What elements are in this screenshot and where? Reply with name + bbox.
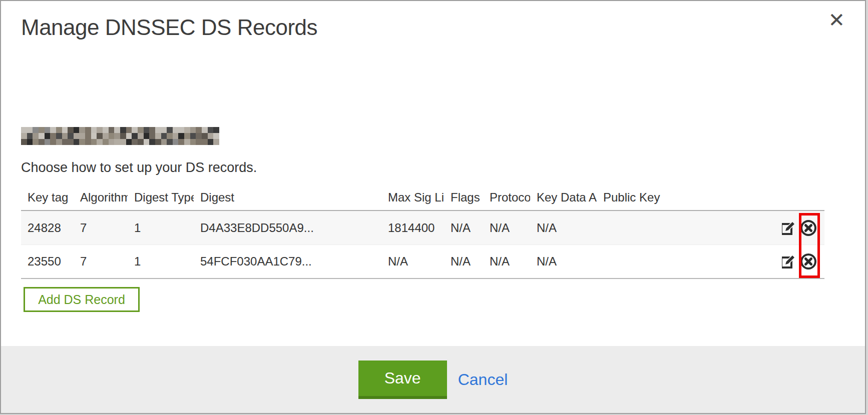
table-row: 23550 7 1 54FCF030AA1C79... N/A N/A N/A …: [21, 245, 824, 279]
col-header-flags: Flags: [444, 190, 483, 204]
row-actions: [782, 252, 824, 270]
col-header-key-tag: Key tag: [21, 190, 74, 204]
cancel-button[interactable]: Cancel: [458, 370, 508, 389]
redacted-domain-name: [21, 127, 219, 145]
cell-protocol: N/A: [483, 254, 530, 268]
table-row: 24828 7 1 D4A33E8DD550A9... 1814400 N/A …: [21, 211, 824, 245]
cell-key-tag: 24828: [21, 221, 74, 235]
cell-flags: N/A: [444, 254, 483, 268]
edit-record-icon[interactable]: [782, 219, 796, 237]
save-button[interactable]: Save: [358, 360, 447, 399]
cell-flags: N/A: [444, 221, 483, 235]
edit-record-icon[interactable]: [782, 252, 796, 270]
col-header-digest-type: Digest Type: [128, 190, 194, 204]
cell-digest: D4A33E8DD550A9...: [194, 221, 381, 235]
cell-digest: 54FCF030AA1C79...: [194, 254, 381, 268]
cell-algorithm: 7: [74, 221, 128, 235]
cell-key-data-alg: N/A: [530, 254, 597, 268]
cell-digest-type: 1: [128, 221, 194, 235]
table-header-row: Key tag Algorithm Digest Type Digest Max…: [21, 185, 824, 211]
cell-protocol: N/A: [483, 221, 530, 235]
col-header-digest: Digest: [194, 190, 381, 204]
delete-record-icon[interactable]: [799, 252, 817, 270]
cell-algorithm: 7: [74, 254, 128, 268]
col-header-public-key: Public Key: [597, 190, 782, 204]
cell-max-sig-life: N/A: [381, 254, 444, 268]
col-header-key-data-alg: Key Data Alg: [530, 190, 597, 204]
screenshot-frame: Manage DNSSEC DS Records ✕ Choose how to…: [0, 0, 868, 415]
cell-key-data-alg: N/A: [530, 221, 597, 235]
ds-records-table: Key tag Algorithm Digest Type Digest Max…: [21, 185, 824, 279]
cell-max-sig-life: 1814400: [381, 221, 444, 235]
cell-key-tag: 23550: [21, 254, 74, 268]
row-actions: [782, 219, 824, 237]
delete-record-icon[interactable]: [799, 219, 817, 237]
col-header-algorithm: Algorithm: [74, 190, 128, 204]
col-header-max-sig-life: Max Sig Life: [381, 190, 444, 204]
page-title: Manage DNSSEC DS Records: [21, 15, 317, 40]
instructions-text: Choose how to set up your DS records.: [21, 160, 257, 176]
modal-footer: Save Cancel: [1, 346, 865, 413]
close-icon[interactable]: ✕: [828, 10, 845, 30]
manage-dnssec-modal: Manage DNSSEC DS Records ✕ Choose how to…: [0, 0, 866, 414]
col-header-protocol: Protocol: [483, 190, 530, 204]
cell-digest-type: 1: [128, 254, 194, 268]
add-ds-record-button[interactable]: Add DS Record: [24, 287, 140, 312]
